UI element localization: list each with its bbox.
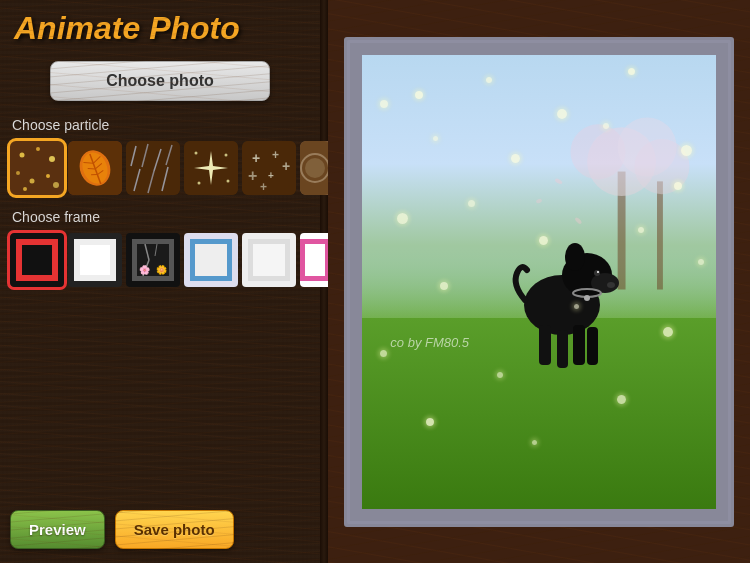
svg-text:+: + (282, 158, 290, 174)
particle-plus[interactable]: + + + + + + (242, 141, 296, 195)
particle-rain[interactable] (126, 141, 180, 195)
svg-point-31 (198, 182, 201, 185)
dog-figure (497, 195, 627, 395)
bottom-buttons: Preview Save photo (10, 510, 310, 553)
svg-rect-60 (557, 330, 568, 368)
left-panel: Animate Photo Choose photo Choose partic… (0, 0, 320, 563)
svg-point-66 (597, 271, 599, 273)
frames-row: 🌸 🌼 (10, 233, 310, 287)
svg-text:+: + (248, 167, 257, 184)
svg-rect-19 (126, 141, 180, 195)
dog-scene: co by FM80.5 (362, 55, 716, 509)
app-title: Animate Photo (10, 10, 310, 47)
save-photo-button[interactable]: Save photo (115, 510, 234, 549)
svg-point-32 (227, 180, 230, 183)
preview-button[interactable]: Preview (10, 510, 105, 549)
particle-leaf[interactable] (68, 141, 122, 195)
choose-particle-label: Choose particle (10, 117, 310, 133)
svg-point-64 (584, 295, 590, 301)
svg-point-3 (49, 156, 55, 162)
right-panel: co by FM80.5 (328, 0, 750, 563)
svg-rect-61 (573, 325, 585, 365)
particle-sparkle-dots[interactable] (10, 141, 64, 195)
svg-line-45 (155, 244, 157, 256)
svg-point-29 (195, 152, 198, 155)
svg-point-5 (30, 179, 35, 184)
frame-minimal-white[interactable] (242, 233, 296, 287)
svg-point-2 (36, 147, 40, 151)
svg-line-43 (145, 244, 149, 260)
frame-red[interactable] (10, 233, 64, 287)
picture-frame: co by FM80.5 (344, 37, 734, 527)
svg-point-8 (23, 187, 27, 191)
choose-photo-button[interactable]: Choose photo (50, 61, 270, 101)
svg-point-58 (565, 243, 585, 271)
svg-point-51 (634, 139, 689, 194)
svg-text:+: + (260, 180, 267, 194)
frame-white[interactable] (68, 233, 122, 287)
svg-text:+: + (268, 170, 274, 181)
svg-rect-59 (539, 325, 551, 365)
frame-blue[interactable] (184, 233, 238, 287)
svg-point-4 (16, 171, 20, 175)
svg-point-49 (570, 124, 625, 179)
svg-point-65 (594, 270, 600, 276)
svg-point-42 (305, 158, 325, 178)
photo-area: co by FM80.5 (362, 55, 716, 509)
svg-point-52 (554, 177, 563, 184)
svg-point-7 (53, 182, 59, 188)
svg-rect-47 (657, 181, 663, 289)
particles-row: + + + + + + (10, 141, 310, 195)
particle-sparkle-star[interactable] (184, 141, 238, 195)
svg-point-30 (225, 154, 228, 157)
svg-rect-62 (587, 327, 598, 365)
watermark-text: co by FM80.5 (390, 335, 469, 350)
svg-text:+: + (272, 148, 279, 162)
svg-point-67 (607, 282, 615, 288)
frame-pink-partial[interactable] (300, 233, 330, 287)
frame-cracked[interactable]: 🌸 🌼 (126, 233, 180, 287)
svg-point-6 (46, 174, 50, 178)
svg-point-1 (20, 153, 25, 158)
choose-frame-label: Choose frame (10, 209, 310, 225)
svg-text:+: + (252, 150, 260, 166)
particle-orb[interactable] (300, 141, 330, 195)
